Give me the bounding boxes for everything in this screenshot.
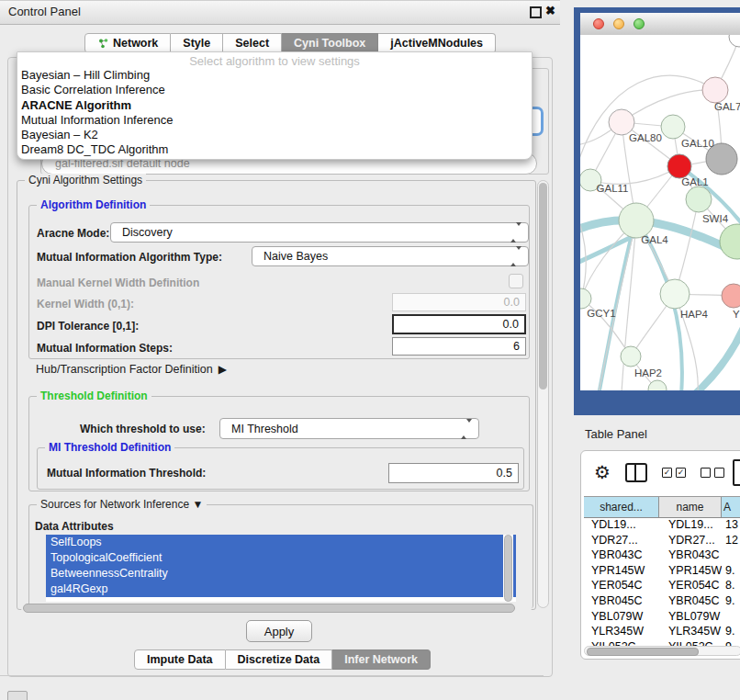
tab-select[interactable]: Select xyxy=(223,33,282,53)
cyni-settings-title: Cyni Algorithm Settings xyxy=(25,174,146,186)
dropdown-item[interactable]: Mutual Information Inference xyxy=(17,113,532,128)
sources-group: Sources for Network Inference ▼ Data Att… xyxy=(28,504,533,608)
network-node-hap4[interactable] xyxy=(660,279,690,309)
table-row[interactable]: YDL19...YDL19...13 xyxy=(584,518,740,534)
network-node-gal10[interactable] xyxy=(661,115,685,139)
table-cell: YPR145W xyxy=(659,564,722,580)
algorithm-dropdown-placeholder: Select algorithm to view settings xyxy=(17,52,532,68)
attributes-list-scrollbar[interactable] xyxy=(503,535,513,602)
tab-cyni-toolbox[interactable]: Cyni Toolbox xyxy=(282,33,378,53)
dropdown-item[interactable]: ARACNE Algorithm xyxy=(17,98,532,113)
which-threshold-combobox[interactable]: MI Threshold xyxy=(219,418,479,439)
table-column-header[interactable]: A xyxy=(722,497,740,517)
network-node-gal7[interactable] xyxy=(702,77,728,103)
apply-button[interactable]: Apply xyxy=(246,620,312,642)
zoom-traffic-light-icon[interactable] xyxy=(633,18,645,29)
network-node-label: GAL11 xyxy=(597,183,629,194)
table-row[interactable]: YER054CYER054C8. xyxy=(584,579,740,594)
mi-type-combobox[interactable]: Naive Bayes xyxy=(252,246,529,266)
table-column-header[interactable]: name xyxy=(659,497,722,517)
mi-threshold-field[interactable]: 0.5 xyxy=(388,463,519,483)
table-row[interactable]: YDR27...YDR27...12 xyxy=(584,534,740,549)
network-edge[interactable] xyxy=(590,166,679,184)
cyni-algorithm-settings-group: Cyni Algorithm Settings Algorithm Defini… xyxy=(17,180,536,610)
hub-definition-expander[interactable]: Hub/Transcription Factor Definition▶ xyxy=(36,363,227,376)
table-cell: YBL079W xyxy=(659,610,722,626)
network-node-label: GAL80 xyxy=(629,132,662,143)
deselect-all-checks-icon[interactable] xyxy=(701,468,724,478)
settings-hscrollbar[interactable] xyxy=(21,604,532,613)
expand-right-icon[interactable]: ▶ xyxy=(219,363,227,376)
columns-icon[interactable] xyxy=(625,463,647,482)
table-panel-title: Table Panel xyxy=(585,427,647,441)
network-node-gal4[interactable] xyxy=(619,203,654,238)
table-row[interactable]: YBL079WYBL079W xyxy=(584,610,740,626)
minimize-traffic-light-icon[interactable] xyxy=(613,18,624,29)
network-node-gal1[interactable] xyxy=(667,154,691,178)
table-hscrollbar[interactable] xyxy=(584,646,740,656)
table-cell: YBR045C xyxy=(659,594,722,610)
gear-icon[interactable]: ⚙ xyxy=(594,461,611,483)
mi-steps-field[interactable]: 6 xyxy=(392,337,526,356)
table-cell: YLR345W xyxy=(659,625,722,640)
table-cell xyxy=(722,610,740,626)
tab-impute-data[interactable]: Impute Data xyxy=(134,649,226,670)
data-attributes-list[interactable]: SelfLoopsTopologicalCoefficientBetweenne… xyxy=(46,535,516,602)
table-cell: YDR27... xyxy=(659,534,722,549)
attribute-list-item[interactable]: SelfLoops xyxy=(46,535,516,550)
aracne-mode-combobox[interactable]: Discovery xyxy=(110,222,529,243)
table-column-header[interactable]: shared... xyxy=(584,497,659,517)
network-node-swi4[interactable] xyxy=(686,186,712,212)
settings-vscrollbar[interactable] xyxy=(537,180,549,608)
threshold-definition-title: Threshold Definition xyxy=(37,390,151,402)
dropdown-item[interactable]: Bayesian – K2 xyxy=(17,128,532,142)
network-node[interactable] xyxy=(720,224,740,259)
table-cell: 8. xyxy=(722,579,740,594)
dpi-tolerance-field[interactable]: 0.0 xyxy=(392,314,526,334)
node-table: shared...nameA YDL19...YDL19...13YDR27..… xyxy=(584,496,740,646)
tab-jactivemnodules[interactable]: jActiveMNodules xyxy=(378,33,496,53)
network-node-hap2[interactable] xyxy=(621,346,641,367)
network-edge-teal[interactable] xyxy=(696,323,740,390)
new-table-icon[interactable] xyxy=(733,459,740,486)
network-node-gal80[interactable] xyxy=(609,109,634,135)
dropdown-item[interactable]: Basic Correlation Inference xyxy=(17,83,532,97)
kernel-width-label: Kernel Width (0,1): xyxy=(37,298,134,310)
network-node[interactable] xyxy=(648,380,667,390)
network-window-titlebar[interactable] xyxy=(580,13,740,36)
close-icon[interactable]: ✖ xyxy=(545,4,555,17)
attribute-list-item[interactable]: TopologicalCoefficient xyxy=(46,550,516,566)
network-node-y[interactable] xyxy=(722,284,740,308)
tab-infer-network[interactable]: Infer Network xyxy=(332,649,431,670)
table-row[interactable]: YLR345WYLR345W9. xyxy=(584,625,740,640)
network-canvas[interactable]: GAL7GAL80GAL10GAL1GAL11SWI4GAL4GCY1HAP4Y… xyxy=(580,35,740,390)
dropdown-item[interactable]: Dream8 DC_TDC Algorithm xyxy=(17,142,532,157)
sources-title-row[interactable]: Sources for Network Inference ▼ xyxy=(37,498,207,511)
attribute-list-item[interactable]: BetweennessCentrality xyxy=(46,566,516,581)
table-row[interactable]: YBR045CYBR045C9. xyxy=(584,594,740,610)
manual-kernel-checkbox[interactable] xyxy=(509,274,523,288)
table-row[interactable]: YBR043CYBR043C xyxy=(584,548,740,564)
kernel-width-field: 0.0 xyxy=(392,293,526,311)
tab-discretize-data[interactable]: Discretize Data xyxy=(226,649,333,670)
network-icon xyxy=(97,38,108,49)
attribute-list-item[interactable]: gal4RGexp xyxy=(46,581,516,597)
select-all-checks-icon[interactable]: ✓ ✓ xyxy=(662,468,686,478)
tab-style[interactable]: Style xyxy=(171,33,223,53)
table-cell: YBR043C xyxy=(659,548,722,564)
close-traffic-light-icon[interactable] xyxy=(593,18,604,29)
which-threshold-value: MI Threshold xyxy=(231,423,298,435)
minimized-panel-icon[interactable] xyxy=(7,691,28,700)
mi-threshold-value: 0.5 xyxy=(497,467,512,480)
table-cell: 9. xyxy=(722,625,740,640)
float-window-icon[interactable] xyxy=(530,6,542,18)
table-row[interactable]: YPR145WYPR145W9. xyxy=(584,564,740,580)
mi-steps-label: Mutual Information Steps: xyxy=(37,342,173,355)
expand-down-icon[interactable]: ▼ xyxy=(192,498,203,511)
table-cell: YER054C xyxy=(584,579,659,594)
network-node[interactable] xyxy=(729,35,740,47)
dropdown-item[interactable]: Bayesian – Hill Climbing xyxy=(17,68,532,83)
tab-network[interactable]: Network xyxy=(84,33,171,53)
network-view-window[interactable]: GAL7GAL80GAL10GAL1GAL11SWI4GAL4GCY1HAP4Y… xyxy=(574,7,740,415)
network-node-label: HAP4 xyxy=(680,309,709,320)
